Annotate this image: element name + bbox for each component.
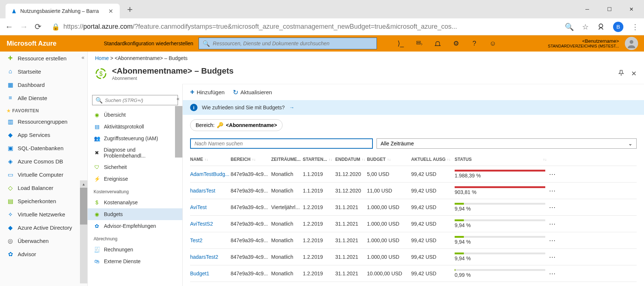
browser-tab[interactable]: Nutzungsbasierte Zahlung – Barra ✕ [6,4,120,18]
row-menu-button[interactable]: ⋯ [547,187,558,195]
budget-name-link[interactable]: hadarsTest [190,188,231,194]
col-period[interactable]: ZEITRÄUME...↑↓ [271,157,303,162]
row-menu-button[interactable]: ⋯ [547,220,558,228]
row-menu-button[interactable]: ⋯ [547,170,558,178]
resource-menu-collapse-icon[interactable]: « [176,96,179,102]
notifications-icon[interactable] [428,35,447,52]
rm-invoices[interactable]: 🧾Rechnungen [88,244,182,255]
col-start[interactable]: STARTEN...↑↓ [303,157,335,162]
sidebar-item[interactable]: ◆App Services [0,128,87,141]
budget-name-link[interactable]: AviTestS2 [190,221,231,227]
lock-icon: 🔒 [52,23,60,31]
budget-name-link[interactable]: AdamTestBudg... [190,171,231,177]
rm-activity-log[interactable]: ▤Aktivitätsprotokoll [88,121,182,133]
rm-external[interactable]: 🛍Externe Dienste [88,255,182,267]
sidebar-scrollbar[interactable] [80,188,87,283]
budget-name-link[interactable]: Budget1 [190,271,231,276]
row-menu-button[interactable]: ⋯ [547,236,558,244]
rm-events[interactable]: ⚡Ereignisse [88,173,182,185]
close-window-button[interactable]: ✕ [621,2,642,17]
budget-name-link[interactable]: AviTest [190,204,231,210]
browser-user-avatar[interactable]: B [613,22,623,32]
azure-user-avatar[interactable] [625,37,638,50]
azure-search-box[interactable]: 🔍 [199,38,377,49]
resource-menu-search-input[interactable] [105,98,175,103]
home-link[interactable]: ⌂Startseite [0,65,87,78]
directory-filter-icon[interactable] [410,35,428,52]
resource-menu-scrollbar[interactable] [175,106,182,286]
browser-menu-icon[interactable]: ⋮ [631,22,639,31]
sidebar-item[interactable]: ▥Ressourcengruppen [0,115,87,128]
help-icon[interactable]: ? [465,35,484,52]
col-status[interactable]: STATUS↑↓ [455,157,547,162]
dashboard-link[interactable]: ▦Dashboard [0,78,87,91]
breadcrumb-home[interactable]: Home [95,55,109,61]
budget-cell: 1.000,00 USD [367,204,411,210]
feedback-icon[interactable]: ☺ [484,35,502,52]
favorite-icon[interactable]: ☆ [582,22,589,31]
azure-brand[interactable]: Microsoft Azure [4,40,56,47]
table-row: AviTestS2 847e9a39-4c9... Monatlich 1.2.… [190,216,637,232]
reader-icon[interactable] [597,23,605,31]
toolbar: +Hinzufügen ↻Aktualisieren [183,84,644,100]
period-cell: Monatlich [271,188,303,194]
minimize-button[interactable]: ─ [577,2,598,17]
banner-arrow-icon[interactable]: → [289,105,294,110]
sidebar-item[interactable]: ◎Überwachen [0,234,87,247]
create-resource-link[interactable]: +Ressource erstellen [0,52,87,65]
sidebar-item[interactable]: ▣SQL-Datenbanken [0,141,87,155]
all-services-link[interactable]: ≡Alle Dienste [0,91,87,105]
settings-icon[interactable]: ⚙ [447,35,465,52]
sidebar-item[interactable]: ▭Virtuelle Computer [0,168,87,181]
sidebar-item[interactable]: ◈Azure Cosmos DB [0,155,87,168]
sidebar-item[interactable]: ▤Speicherkonten [0,194,87,208]
rm-security[interactable]: 🛡Sicherheit [88,161,182,173]
pin-icon[interactable] [618,70,624,78]
restore-config-link[interactable]: Standardkonfiguration wiederherstellen [99,40,199,46]
budget-name-link[interactable]: Test2 [190,237,231,243]
rm-budgets[interactable]: ◉Budgets [88,208,182,220]
rm-advisor-rec[interactable]: ✿Advisor-Empfehlungen [88,220,182,232]
sidebar-item[interactable]: ◆Azure Active Directory [0,221,87,234]
resource-menu-search[interactable]: 🔍 [92,95,178,105]
back-button[interactable]: ← [5,22,13,32]
reload-button[interactable]: ⟳ [35,22,41,32]
col-end[interactable]: ENDDATUM↑↓ [335,157,367,162]
col-spend[interactable]: AKTUELL AUSG↑↓ [411,157,455,162]
window-controls: ─ ☐ ✕ [577,2,642,17]
row-menu-button[interactable]: ⋯ [547,269,558,278]
row-menu-button[interactable]: ⋯ [547,253,558,261]
url-input[interactable]: 🔒 https://portal.azure.com/?feature.canm… [48,23,558,31]
new-tab-button[interactable]: + [127,4,133,15]
name-search-box[interactable] [190,138,373,149]
period-select[interactable]: Alle Zeiträume ⌄ [377,138,637,149]
col-scope[interactable]: BEREICH↑↓ [231,157,271,162]
budget-name-link[interactable]: hadarsTest2 [190,254,231,260]
rm-diagnose[interactable]: ✖Diagnose und Problembehandl... [88,144,182,161]
forward-button[interactable]: → [20,22,28,32]
col-budget[interactable]: BUDGET↑↓ [367,157,411,162]
add-button[interactable]: +Hinzufügen [190,88,225,96]
period-cell: Vierteljährl... [271,204,303,210]
search-icon[interactable]: 🔍 [565,22,574,31]
rm-cost-analysis[interactable]: $Kostenanalyse [88,197,182,208]
maximize-button[interactable]: ☐ [599,2,620,17]
azure-search-input[interactable] [213,40,373,46]
refresh-button[interactable]: ↻Aktualisieren [233,88,272,96]
rm-iam[interactable]: 👥Zugriffssteuerung (IAM) [88,133,182,144]
name-search-input[interactable] [195,139,368,148]
col-name[interactable]: NAME↑↓ [190,157,231,162]
sidebar-collapse-icon[interactable]: « [81,54,84,60]
scroll-up-icon[interactable]: ▲ [80,180,87,188]
row-menu-button[interactable]: ⋯ [547,203,558,211]
sidebar-item[interactable]: ✿Advisor [0,247,87,261]
sidebar-item[interactable]: ⟡Virtuelle Netzwerke [0,208,87,221]
status-cell: 903,81 % [455,186,547,195]
close-blade-icon[interactable]: ✕ [631,70,637,78]
cloud-shell-icon[interactable]: ⟩_ [392,35,410,52]
azure-user-info[interactable]: <Benutzername> STANDARDVERZEICHNIS (MSTE… [544,38,623,49]
scope-chip[interactable]: Bereich: 🔑 <Abonnementname> [190,119,283,131]
rm-overview[interactable]: ◉Übersicht [88,109,182,121]
tab-close-icon[interactable]: ✕ [107,8,115,15]
sidebar-item[interactable]: ◇Load Balancer [0,181,87,194]
